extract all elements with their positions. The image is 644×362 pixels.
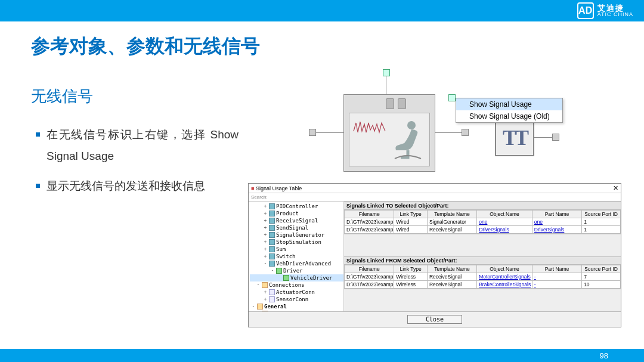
column-header[interactable]: Object Name — [477, 211, 532, 218]
column-header[interactable]: Part Name — [532, 265, 581, 273]
column-header[interactable]: Template Name — [427, 211, 476, 218]
close-icon[interactable]: ✕ — [613, 184, 618, 192]
svg-point-0 — [407, 121, 416, 129]
controller-block[interactable]: TT — [495, 119, 534, 156]
column-header[interactable]: Part Name — [532, 211, 581, 218]
table-row[interactable]: D:\GTI\v2023\exampleWiredSignalGenerator… — [345, 218, 621, 226]
menu-item-show-signal-usage-old[interactable]: Show Signal Usage (Old) — [456, 110, 562, 122]
slide-title: 参考对象、参数和无线信号 — [31, 33, 260, 60]
signal-waveform-icon — [353, 119, 386, 137]
tree-node[interactable]: -Connections — [250, 281, 343, 289]
tree-node[interactable]: -Driver — [250, 267, 343, 274]
section-header-to: Signals Linked TO Selected Object/Part: — [344, 202, 621, 210]
signal-marker-icon[interactable] — [448, 94, 456, 101]
tree-node[interactable]: +SensorConn — [250, 296, 343, 303]
bullet-list: 在无线信号标识上右键，选择 Show Signal Usage 显示无线信号的发… — [36, 124, 239, 205]
model-diagram: TT Show Signal Usage Show Signal Usage (… — [309, 69, 624, 174]
bullet-item: 显示无线信号的发送和接收信息 — [36, 175, 239, 197]
port-icon — [552, 134, 559, 141]
tree-node[interactable]: +SignalGenerator — [250, 231, 343, 239]
table-row[interactable]: D:\GTI\v2023\exampleWirelessReceiveSigna… — [345, 273, 621, 281]
port-icon — [309, 129, 316, 136]
dialog-title-text: Signal Usage Table — [251, 185, 302, 191]
column-header[interactable]: Source Port ID — [582, 265, 621, 273]
column-header[interactable]: Filename — [345, 265, 394, 273]
table-row[interactable]: D:\GTI\v2023\exampleWiredReceiveSignalDr… — [345, 226, 621, 234]
logo-mark-icon: AD — [577, 2, 594, 19]
logo-en-text: ATIC CHINA — [597, 12, 633, 17]
column-header[interactable]: Link Type — [394, 211, 428, 218]
object-tree[interactable]: +PIDController+Product+ReceiveSignal+Sen… — [249, 202, 344, 311]
bottom-bar: 98 — [0, 349, 644, 362]
dialog-titlebar: Signal Usage Table ✕ — [249, 184, 621, 193]
tree-node[interactable]: +SendSignal — [250, 224, 343, 231]
tree-node[interactable]: -VehDriverAdvanced — [250, 260, 343, 267]
page-number: 98 — [600, 351, 608, 360]
slide-subtitle: 无线信号 — [31, 86, 93, 107]
tree-node[interactable]: +Product — [250, 210, 343, 217]
top-bar: AD 艾迪捷 ATIC CHINA — [0, 0, 644, 21]
bullet-item: 在无线信号标识上右键，选择 Show Signal Usage — [36, 124, 239, 167]
tree-node[interactable]: +ActuatorConn — [250, 289, 343, 296]
signals-from-table: FilenameLink TypeTemplate NameObject Nam… — [344, 265, 621, 289]
signal-marker-icon — [383, 69, 390, 76]
tree-node[interactable]: +ReceiveSignal — [250, 217, 343, 224]
dialog-footer: Close — [249, 311, 621, 327]
brand-logo: AD 艾迪捷 ATIC CHINA — [577, 2, 633, 19]
section-header-from: Signals Linked FROM Selected Object/Part… — [344, 256, 621, 265]
tree-node[interactable]: +Switch — [250, 253, 343, 260]
tree-node[interactable]: -General — [250, 303, 343, 310]
tree-node[interactable]: +Sum — [250, 246, 343, 253]
tree-node[interactable]: +StopSimulation — [250, 239, 343, 246]
pedals-icon — [386, 98, 406, 109]
close-button[interactable]: Close — [407, 315, 462, 324]
signal-usage-dialog: Signal Usage Table ✕ Search: +PIDControl… — [248, 183, 621, 327]
signals-to-table: FilenameLink TypeTemplate NameObject Nam… — [344, 210, 621, 234]
driver-seat-icon — [391, 119, 423, 161]
column-header[interactable]: Template Name — [427, 265, 476, 273]
column-header[interactable]: Link Type — [394, 265, 428, 273]
slide: AD 艾迪捷 ATIC CHINA 参考对象、参数和无线信号 无线信号 在无线信… — [0, 0, 644, 362]
column-header[interactable]: Filename — [345, 211, 394, 218]
context-menu: Show Signal Usage Show Signal Usage (Old… — [456, 98, 563, 123]
dialog-right-pane: Signals Linked TO Selected Object/Part: … — [344, 202, 621, 311]
column-header[interactable]: Source Port ID — [582, 211, 621, 218]
pi-icon: TT — [503, 125, 527, 150]
driver-block[interactable] — [343, 94, 435, 172]
tree-node[interactable]: VehicleDriver — [250, 274, 343, 281]
port-icon — [462, 129, 469, 136]
search-input[interactable]: Search: — [249, 193, 621, 202]
column-header[interactable]: Object Name — [477, 265, 532, 273]
table-row[interactable]: D:\GTI\v2023\exampleWirelessReceiveSigna… — [345, 281, 621, 289]
menu-item-show-signal-usage[interactable]: Show Signal Usage — [456, 98, 562, 110]
tree-node[interactable]: +PIDController — [250, 203, 343, 210]
